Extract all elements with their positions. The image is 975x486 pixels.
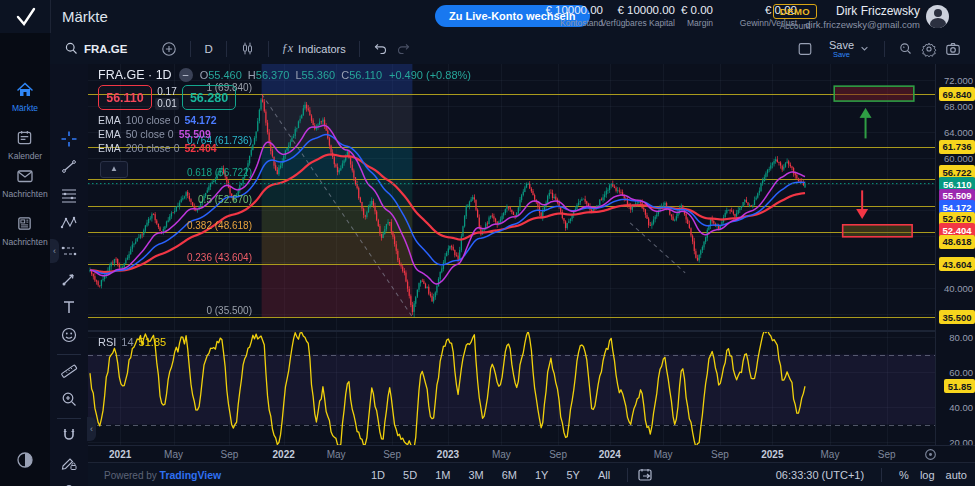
sidebar-item-label: Nachrichten bbox=[0, 237, 50, 247]
sidebar-item-nachrichten-2[interactable]: Nachrichten bbox=[0, 167, 50, 199]
settings-button[interactable] bbox=[917, 41, 941, 57]
price-tick: 64.000 bbox=[944, 127, 973, 138]
price-level-badge: 35.500 bbox=[939, 310, 975, 324]
ohlc-item: C56.110 bbox=[341, 69, 382, 81]
broker-logo-icon[interactable] bbox=[14, 5, 38, 29]
scroll-to-recent-icon[interactable] bbox=[924, 448, 937, 461]
drawing-toolbar-divider bbox=[57, 354, 81, 355]
legend-symbol[interactable]: FRA.GE · 1D bbox=[98, 68, 172, 82]
projection-tool-icon[interactable] bbox=[60, 242, 78, 260]
redo-button[interactable] bbox=[392, 41, 415, 56]
ema-name: EMA bbox=[98, 114, 121, 126]
ema-legend-row[interactable]: EMA100 close 054.172 bbox=[98, 114, 217, 126]
indicators-button[interactable]: ƒx Indicators bbox=[278, 41, 350, 56]
zoom-in-tool-icon[interactable] bbox=[60, 390, 78, 408]
range-button-5d[interactable]: 5D bbox=[396, 467, 424, 483]
user-info[interactable]: Dirk Friczewsky dirk.friczewsky@gmail.co… bbox=[790, 4, 920, 30]
left-sidebar: ? MärkteKalenderNachrichtenNachrichten bbox=[0, 33, 51, 486]
buy-button[interactable]: 56.280 bbox=[182, 85, 236, 110]
sidebar-item-märkte-0[interactable]: Märkte bbox=[0, 81, 50, 113]
range-button-3m[interactable]: 3M bbox=[461, 467, 490, 483]
screenshot-button[interactable] bbox=[941, 41, 965, 57]
range-buttons: 1D5D1M3M6M1Y5YAll bbox=[364, 463, 654, 486]
change-value: +0.490 (+0.88%) bbox=[389, 69, 471, 81]
ohlc-value: 55.460 bbox=[208, 69, 242, 81]
quick-search-button[interactable] bbox=[894, 41, 917, 56]
powered-by: Powered by TradingView bbox=[104, 469, 221, 481]
range-button-5y[interactable]: 5Y bbox=[559, 467, 586, 483]
percent-scale-toggle[interactable]: % bbox=[899, 469, 909, 481]
ohlc-key: O bbox=[200, 69, 209, 81]
user-email: dirk.friczewsky@gmail.com bbox=[790, 19, 920, 30]
symbol-search[interactable]: FRA.GE bbox=[60, 41, 131, 56]
rsi-tick: 40.00 bbox=[949, 402, 973, 413]
range-button-all[interactable]: All bbox=[591, 467, 617, 483]
trend-line-tool-icon[interactable] bbox=[60, 158, 78, 176]
ema-legend-row[interactable]: EMA50 close 055.509 bbox=[98, 128, 211, 140]
sidebar-item-kalender-1[interactable]: Kalender bbox=[0, 129, 50, 161]
save-menu-chevron[interactable] bbox=[854, 42, 875, 55]
price-axis[interactable]: 72.00069.84068.00064.00061.73660.00056.7… bbox=[935, 64, 975, 445]
time-tick-2022: 2022 bbox=[273, 449, 295, 460]
rsi-value-badge: 51.85 bbox=[944, 379, 975, 393]
layout-panel-button[interactable] bbox=[793, 41, 817, 57]
ohlc-item: O55.460 bbox=[200, 69, 242, 81]
arrow-marker-tool-icon[interactable] bbox=[60, 270, 78, 288]
spread-value: 0.17 bbox=[152, 86, 182, 97]
range-button-1d[interactable]: 1D bbox=[364, 467, 392, 483]
lock-all-drawings-icon[interactable] bbox=[60, 482, 78, 486]
time-tick-2023: 2023 bbox=[437, 449, 459, 460]
pattern-tool-icon[interactable] bbox=[60, 214, 78, 232]
time-tick-Sep: Sep bbox=[221, 449, 239, 460]
time-tick-Sep: Sep bbox=[711, 449, 729, 460]
clock[interactable]: 06:33:30 (UTC+1) bbox=[776, 469, 864, 481]
compare-add-button[interactable] bbox=[157, 41, 181, 57]
text-tool-icon[interactable] bbox=[60, 298, 78, 316]
rsi-tick: 80.00 bbox=[949, 332, 973, 343]
time-tick-2021: 2021 bbox=[109, 449, 131, 460]
range-button-1y[interactable]: 1Y bbox=[528, 467, 555, 483]
drawing-toolbar bbox=[50, 64, 89, 486]
range-button-6m[interactable]: 6M bbox=[495, 467, 524, 483]
interval-button[interactable]: D bbox=[200, 43, 216, 55]
go-to-date-button[interactable] bbox=[638, 468, 654, 482]
hide-series-icon[interactable]: – bbox=[179, 68, 193, 82]
time-tick-May: May bbox=[164, 449, 183, 460]
price-tick: 60.000 bbox=[944, 153, 973, 164]
fib-retracement-tool-icon[interactable] bbox=[60, 186, 78, 204]
price-level-badge: 48.618 bbox=[939, 235, 975, 249]
time-tick-May: May bbox=[327, 449, 346, 460]
crosshair-tool-icon[interactable] bbox=[60, 130, 78, 148]
auto-scale-toggle[interactable]: auto bbox=[946, 469, 967, 481]
sell-button[interactable]: 56.110 bbox=[98, 85, 152, 110]
drawing-toolbar-divider bbox=[57, 418, 81, 419]
chart-type-button[interactable] bbox=[236, 41, 259, 56]
ohlc-key: C bbox=[341, 69, 349, 81]
tradingview-link[interactable]: TradingView bbox=[160, 469, 222, 481]
emoji-tool-icon[interactable] bbox=[60, 326, 78, 344]
time-axis[interactable]: 2021MaySep2022MaySep2023MaySep2024MaySep… bbox=[88, 445, 975, 463]
ruler-tool-icon[interactable] bbox=[60, 362, 78, 380]
legend-collapse-button[interactable]: ▲ bbox=[100, 161, 128, 178]
chart-panel-collapse-handle[interactable]: ‹ bbox=[87, 417, 96, 441]
ema-legend-row[interactable]: EMA200 close 052.404 bbox=[98, 142, 217, 154]
time-tick-Sep: Sep bbox=[383, 449, 401, 460]
save-button[interactable]: Save Save bbox=[829, 39, 854, 59]
theme-toggle[interactable] bbox=[0, 451, 50, 471]
drawing-lock-edit-tool-icon[interactable] bbox=[60, 454, 78, 472]
range-button-1m[interactable]: 1M bbox=[428, 467, 457, 483]
avatar[interactable] bbox=[926, 5, 949, 28]
sidebar-item-label: Märkte bbox=[0, 103, 50, 113]
theme-icon bbox=[16, 451, 34, 469]
undo-button[interactable] bbox=[369, 41, 392, 56]
sidebar-item-nachrichten-3[interactable]: Nachrichten bbox=[0, 215, 50, 247]
toolbar-collapse-handle[interactable]: ‹ bbox=[50, 239, 59, 263]
log-scale-toggle[interactable]: log bbox=[920, 469, 935, 481]
magnet-tool-icon[interactable] bbox=[60, 426, 78, 444]
ema-name: EMA bbox=[98, 128, 121, 140]
time-tick-Sep: Sep bbox=[878, 449, 896, 460]
spread-display: 0.17 0.01 bbox=[152, 86, 182, 110]
price-tick: 72.000 bbox=[944, 75, 973, 86]
page-title: Märkte bbox=[62, 8, 108, 25]
ema-value: 55.509 bbox=[179, 128, 211, 140]
